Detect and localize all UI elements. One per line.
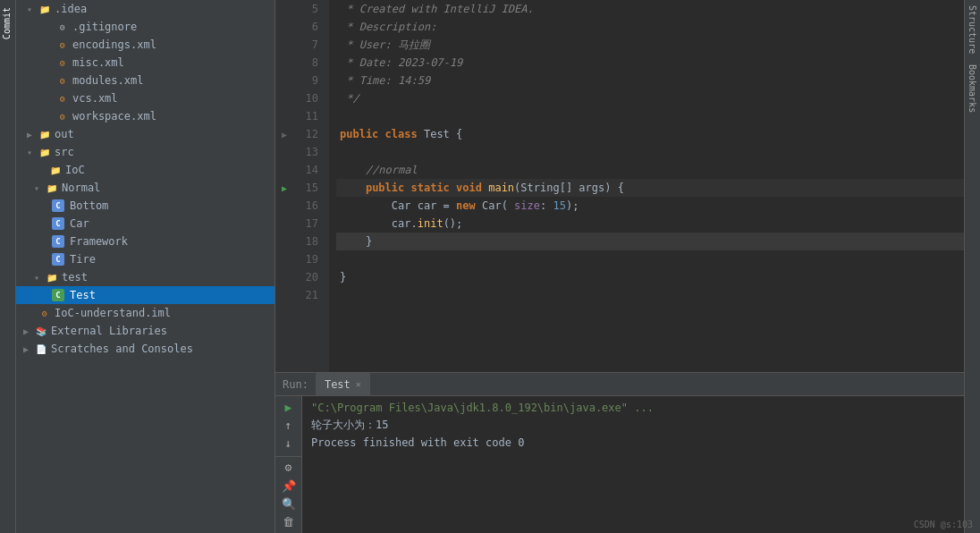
tree-item-idea[interactable]: ▾ 📁 .idea <box>16 0 275 18</box>
run-output: "C:\Program Files\Java\jdk1.8.0_192\bin\… <box>302 396 964 533</box>
tree-arrow-src[interactable]: ▾ <box>27 148 38 157</box>
run-content: ▶ ↑ ↓ ⚙ 📌 🔍 🗑 "C:\Program Files\Java\jdk… <box>275 396 964 533</box>
gutter-7 <box>275 36 293 54</box>
code-line-19 <box>336 250 964 268</box>
tree-item-test-class[interactable]: C Test <box>16 286 275 304</box>
attribution: CSDN @s:103 <box>914 520 973 529</box>
line-num-21: 21 <box>293 286 324 304</box>
tree-item-normal[interactable]: ▾ 📁 Normal <box>16 179 275 197</box>
commit-tab[interactable]: Commit <box>0 0 15 47</box>
structure-tab[interactable]: Structure <box>966 0 979 59</box>
run-panel: Run: Test ✕ ▶ ↑ ↓ ⚙ 📌 🔍 🗑 <box>275 372 964 533</box>
run-command-line: "C:\Program Files\Java\jdk1.8.0_192\bin\… <box>311 402 955 414</box>
code-line-14: //normal <box>336 161 964 179</box>
class-icon-car: C <box>52 217 64 230</box>
folder-icon-src: 📁 <box>38 145 52 159</box>
code-line-13 <box>336 143 964 161</box>
run-filter-button[interactable]: 🔍 <box>279 496 299 511</box>
file-icon-vcs: ⚙ <box>55 91 70 106</box>
gutter-20 <box>275 268 293 286</box>
tree-item-workspace[interactable]: ⚙ workspace.xml <box>16 107 275 125</box>
bookmarks-tab[interactable]: Bookmarks <box>966 59 979 118</box>
line-num-7: 7 <box>293 36 324 54</box>
file-icon-encodings: ⚙ <box>55 38 70 52</box>
folder-icon-idea: 📁 <box>38 2 52 16</box>
tree-item-modules[interactable]: ⚙ modules.xml <box>16 72 275 89</box>
line-num-20: 20 <box>293 268 324 286</box>
tree-arrow-normal[interactable]: ▾ <box>34 183 45 193</box>
run-up-button[interactable]: ↑ <box>279 418 299 432</box>
tree-item-ioc[interactable]: 📁 IoC <box>16 161 275 179</box>
line-num-12: 12 <box>293 125 324 143</box>
tree-item-tire[interactable]: C Tire <box>16 250 275 268</box>
tree-item-framework[interactable]: C Framework <box>16 233 275 250</box>
line-num-10: 10 <box>293 89 324 107</box>
run-tab-test[interactable]: Test ✕ <box>316 373 370 396</box>
code-line-6: * Description: <box>336 18 964 36</box>
gutter-5 <box>275 0 293 18</box>
tree-item-iml[interactable]: ⚙ IoC-understand.iml <box>16 304 275 322</box>
run-down-button[interactable]: ↓ <box>279 436 299 451</box>
fold-icon-12[interactable]: ▶ <box>282 130 287 140</box>
class-icon-tire: C <box>52 253 64 266</box>
gutter-6 <box>275 18 293 36</box>
gutter-12: ▶ <box>275 125 293 143</box>
gutter-16 <box>275 197 293 215</box>
code-line-10: */ <box>336 89 964 107</box>
tree-item-car[interactable]: C Car <box>16 215 275 233</box>
run-sidebar: ▶ ↑ ↓ ⚙ 📌 🔍 🗑 <box>275 396 302 533</box>
tree-item-gitignore[interactable]: ⚙ .gitignore <box>16 18 275 36</box>
code-line-5: * Created with IntelliJ IDEA. <box>336 0 964 18</box>
line-num-5: 5 <box>293 0 324 18</box>
run-separator <box>275 456 301 457</box>
line-num-15: 15 <box>293 179 324 197</box>
run-play-button[interactable]: ▶ <box>279 400 299 414</box>
class-icon-test: C <box>52 289 64 301</box>
code-editor[interactable]: * Created with IntelliJ IDEA. * Descript… <box>329 0 964 372</box>
gutter-19 <box>275 250 293 268</box>
tree-item-encodings[interactable]: ⚙ encodings.xml <box>16 36 275 54</box>
gutter-10 <box>275 89 293 107</box>
code-line-11 <box>336 107 964 125</box>
gutter-14 <box>275 161 293 179</box>
folder-icon-test: 📁 <box>45 270 59 284</box>
line-num-9: 9 <box>293 72 324 89</box>
file-icon-modules: ⚙ <box>55 73 70 88</box>
iml-icon: ⚙ <box>38 306 52 320</box>
tree-arrow-out[interactable]: ▶ <box>27 130 38 140</box>
line-num-6: 6 <box>293 18 324 36</box>
code-line-15: public static void main(String[] args) { <box>336 179 964 197</box>
folder-icon-ioc: 📁 <box>48 163 63 177</box>
run-tab-label: Test <box>325 378 351 391</box>
folder-icon-out: 📁 <box>38 127 52 141</box>
gutter-9 <box>275 72 293 89</box>
folder-icon-normal: 📁 <box>45 181 59 195</box>
code-line-20: } <box>336 268 964 286</box>
tree-item-vcs[interactable]: ⚙ vcs.xml <box>16 89 275 107</box>
run-tab-close[interactable]: ✕ <box>356 379 361 389</box>
tree-item-misc[interactable]: ⚙ misc.xml <box>16 54 275 72</box>
tree-item-extlib[interactable]: ▶ 📚 External Libraries <box>16 322 275 340</box>
gutter: ▶ ▶ <box>275 0 293 372</box>
run-trash-button[interactable]: 🗑 <box>279 515 299 529</box>
line-num-17: 17 <box>293 215 324 233</box>
tree-item-out[interactable]: ▶ 📁 out <box>16 125 275 143</box>
tree-item-scratches[interactable]: ▶ 📄 Scratches and Consoles <box>16 340 275 358</box>
tree-arrow-test[interactable]: ▾ <box>34 273 45 283</box>
code-line-9: * Time: 14:59 <box>336 72 964 89</box>
file-icon-misc: ⚙ <box>55 55 70 70</box>
code-container: ▶ ▶ 5 6 7 8 9 10 <box>275 0 964 372</box>
tree-item-bottom[interactable]: C Bottom <box>16 197 275 215</box>
tree-item-test-folder[interactable]: ▾ 📁 test <box>16 268 275 286</box>
gutter-18 <box>275 233 293 250</box>
tree-item-src[interactable]: ▾ 📁 src <box>16 143 275 161</box>
run-settings-button[interactable]: ⚙ <box>279 461 299 475</box>
run-icon-15[interactable]: ▶ <box>282 183 287 193</box>
run-tab-bar: Run: Test ✕ <box>275 373 964 396</box>
gutter-15: ▶ <box>275 179 293 197</box>
run-pin-button[interactable]: 📌 <box>279 478 299 493</box>
line-num-19: 19 <box>293 250 324 268</box>
run-process-line: Process finished with exit code 0 <box>311 436 955 449</box>
gutter-17 <box>275 215 293 233</box>
tree-arrow-idea[interactable]: ▾ <box>27 4 38 14</box>
